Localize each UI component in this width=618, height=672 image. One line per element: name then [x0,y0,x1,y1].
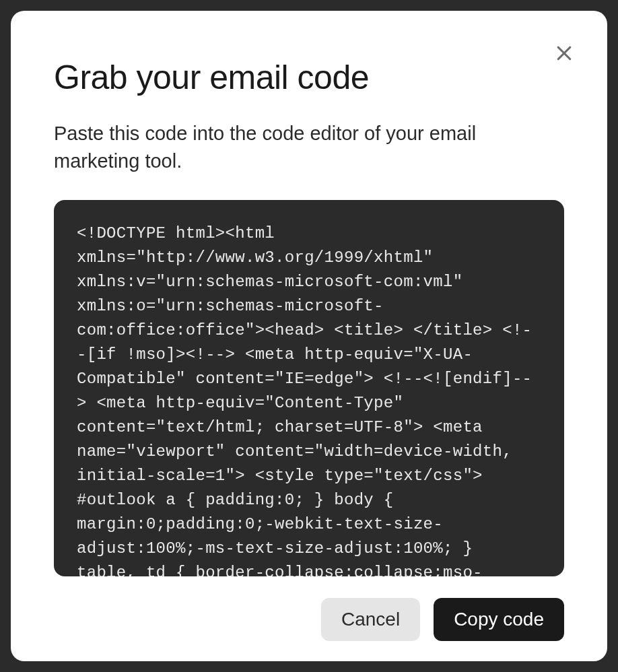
copy-code-button[interactable]: Copy code [434,598,564,641]
cancel-button[interactable]: Cancel [321,598,420,641]
modal-subtitle: Paste this code into the code editor of … [54,120,564,174]
close-icon [554,43,574,65]
email-code-modal: Grab your email code Paste this code int… [11,11,607,661]
close-button[interactable] [551,40,578,67]
code-block[interactable]: <!DOCTYPE html><html xmlns="http://www.w… [54,200,564,576]
modal-title: Grab your email code [54,58,564,97]
footer-buttons: Cancel Copy code [54,576,564,641]
